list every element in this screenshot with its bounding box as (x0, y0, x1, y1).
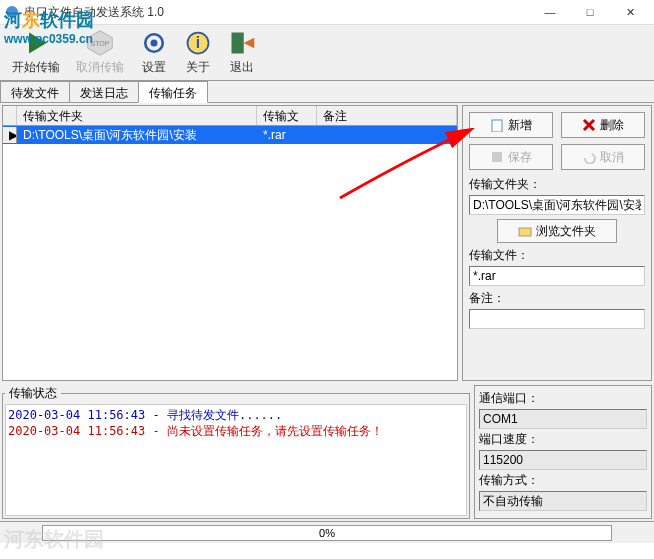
add-icon (490, 118, 504, 132)
save-button: 保存 (469, 144, 553, 170)
col-folder[interactable]: 传输文件夹 (17, 106, 257, 125)
svg-rect-8 (232, 33, 244, 54)
svg-point-0 (6, 6, 18, 18)
row-folder: D:\TOOLS\桌面\河东软件园\安装 (17, 126, 257, 145)
note-input[interactable] (469, 309, 645, 329)
tab-tasks[interactable]: 传输任务 (138, 81, 208, 103)
minimize-button[interactable]: — (530, 0, 570, 25)
mode-label: 传输方式： (479, 472, 647, 489)
tab-pending[interactable]: 待发文件 (0, 81, 70, 102)
cancel-transfer-button: STOP 取消传输 (68, 27, 132, 78)
task-table: 传输文件夹 传输文件 备注 ▶ D:\TOOLS\桌面\河东软件园\安装 *.r… (2, 105, 458, 381)
row-note (317, 134, 457, 136)
file-label: 传输文件： (469, 247, 645, 264)
footer: 0% (0, 521, 654, 543)
log-line: 2020-03-04 11:56:43 - 寻找待发文件...... (8, 407, 464, 423)
note-label: 备注： (469, 290, 645, 307)
start-transfer-button[interactable]: 开始传输 (4, 27, 68, 78)
gear-icon (140, 29, 168, 57)
settings-button[interactable]: 设置 (132, 27, 176, 78)
browse-folder-button[interactable]: 浏览文件夹 (497, 219, 617, 243)
delete-button[interactable]: 删除 (561, 112, 645, 138)
exit-button[interactable]: 退出 (220, 27, 264, 78)
mode-field (479, 491, 647, 511)
status-fieldset: 传输状态 2020-03-04 11:56:43 - 寻找待发文件...... … (2, 385, 470, 519)
info-icon: i (184, 29, 212, 57)
svg-text:i: i (196, 34, 200, 51)
row-file: *.rar (257, 127, 317, 143)
app-icon (4, 4, 20, 20)
delete-icon (582, 118, 596, 132)
task-edit-panel: 新增 删除 保存 取消 传输文件夹： 浏览文件夹 传输文 (462, 105, 652, 381)
maximize-button[interactable]: □ (570, 0, 610, 25)
stop-icon: STOP (86, 29, 114, 57)
folder-input[interactable] (469, 195, 645, 215)
add-button[interactable]: 新增 (469, 112, 553, 138)
svg-rect-11 (519, 228, 531, 236)
title-bar: 串口文件自动发送系统 1.0 — □ ✕ (0, 0, 654, 25)
progress-bar: 0% (42, 525, 612, 541)
window-title: 串口文件自动发送系统 1.0 (24, 4, 530, 21)
close-button[interactable]: ✕ (610, 0, 650, 25)
col-file[interactable]: 传输文件 (257, 106, 317, 125)
svg-rect-10 (492, 152, 502, 162)
about-button[interactable]: i 关于 (176, 27, 220, 78)
row-marker: ▶ (3, 127, 17, 143)
tab-bar: 待发文件 发送日志 传输任务 (0, 81, 654, 103)
log-box: 2020-03-04 11:56:43 - 寻找待发文件...... 2020-… (5, 404, 467, 516)
col-note[interactable]: 备注 (317, 106, 457, 125)
svg-marker-1 (29, 33, 47, 54)
col-marker (3, 106, 17, 125)
undo-icon (582, 150, 596, 164)
svg-rect-9 (492, 120, 502, 132)
port-field (479, 409, 647, 429)
log-line: 2020-03-04 11:56:43 - 尚未设置传输任务，请先设置传输任务！ (8, 423, 464, 439)
status-legend: 传输状态 (5, 385, 61, 402)
exit-icon (228, 29, 256, 57)
main-toolbar: 开始传输 STOP 取消传输 设置 i 关于 退出 (0, 25, 654, 81)
file-input[interactable] (469, 266, 645, 286)
baud-label: 端口速度： (479, 431, 647, 448)
port-label: 通信端口： (479, 390, 647, 407)
play-icon (22, 29, 50, 57)
folder-icon (518, 225, 532, 237)
table-row[interactable]: ▶ D:\TOOLS\桌面\河东软件园\安装 *.rar (3, 126, 457, 144)
baud-field (479, 450, 647, 470)
save-icon (490, 150, 504, 164)
folder-label: 传输文件夹： (469, 176, 645, 193)
svg-text:STOP: STOP (91, 40, 110, 47)
svg-point-5 (151, 40, 158, 47)
tab-log[interactable]: 发送日志 (69, 81, 139, 102)
comm-panel: 通信端口： 端口速度： 传输方式： (474, 385, 652, 519)
cancel-button: 取消 (561, 144, 645, 170)
